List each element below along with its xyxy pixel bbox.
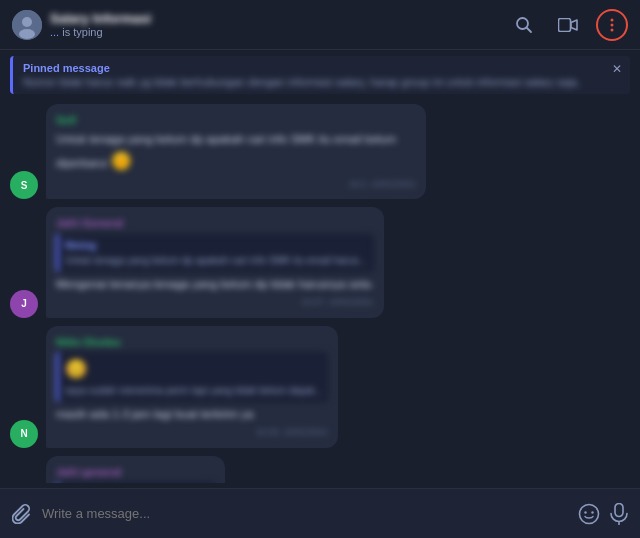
avatar: S <box>10 171 38 199</box>
message-reply: Nitto Diudas masih ada 1-3 jam lagi buat… <box>56 482 215 483</box>
video-call-button[interactable] <box>552 9 584 41</box>
svg-rect-5 <box>559 18 571 31</box>
attach-button[interactable] <box>12 504 32 524</box>
message-bubble: Nitto Diudas 😊 saya sudah menerima perm … <box>46 326 338 448</box>
table-row: J Jafri general Nitto Diudas masih ada 1… <box>10 456 630 483</box>
messages-area: S Self Untuk tenaga yang belum dp apakah… <box>0 100 640 483</box>
svg-point-9 <box>580 504 599 523</box>
header-title-area: Salary Informasi ... is typing <box>50 11 151 38</box>
more-options-button[interactable] <box>596 9 628 41</box>
message-sender: Jafri general <box>56 464 215 481</box>
svg-point-11 <box>591 511 593 513</box>
svg-point-8 <box>611 28 614 31</box>
message-reply: 😊 saya sudah menerima perm tapi yang tid… <box>56 352 328 402</box>
table-row: J Jafri General Nining Untuk tenaga yang… <box>10 207 630 317</box>
header-actions <box>508 9 628 41</box>
chat-name: Salary Informasi <box>50 11 151 26</box>
svg-point-1 <box>22 17 32 27</box>
message-text: masih ada 1-3 jam lagi buat terkirim ya <box>56 406 328 423</box>
message-text: Untuk tenaga yang belum dp apakah cari i… <box>56 131 416 175</box>
pinned-text: Nomor tidak harus naik yg tidak berhubun… <box>23 76 583 88</box>
message-time: 10:29, 10/01/2021 <box>56 426 328 440</box>
message-input[interactable] <box>42 506 568 521</box>
message-time: 10:27, 10/01/2021 <box>56 296 374 310</box>
avatar: J <box>10 290 38 318</box>
message-bubble: Jafri General Nining Untuk tenaga yang b… <box>46 207 384 317</box>
reply-text: Untuk tenaga yang belum dp apakah cari i… <box>65 253 368 268</box>
chat-header: Salary Informasi ... is typing <box>0 0 640 50</box>
chat-avatar <box>12 10 42 40</box>
message-sender: Jafri General <box>56 215 374 232</box>
message-bubble: Jafri general Nitto Diudas masih ada 1-3… <box>46 456 225 483</box>
mic-button[interactable] <box>610 503 628 525</box>
reply-text: saya sudah menerima perm tapi yang tidak… <box>65 383 322 398</box>
reply-sender: Nining <box>65 238 368 253</box>
pinned-close-button[interactable]: ✕ <box>612 62 622 76</box>
table-row: N Nitto Diudas 😊 saya sudah menerima per… <box>10 326 630 448</box>
svg-rect-12 <box>615 503 623 516</box>
message-input-bar <box>0 488 640 538</box>
pinned-message-bar[interactable]: Pinned message Nomor tidak harus naik yg… <box>10 56 630 94</box>
message-reply: Nining Untuk tenaga yang belum dp apakah… <box>56 234 374 272</box>
typing-dots: ... <box>50 26 62 38</box>
message-bubble: Self Untuk tenaga yang belum dp apakah c… <box>46 104 426 199</box>
svg-point-7 <box>611 23 614 26</box>
svg-line-4 <box>527 27 532 32</box>
message-sender: Nitto Diudas <box>56 334 328 351</box>
message-text: Mengenai tenanya tenaga yang belum dp ti… <box>56 276 374 293</box>
message-time: 10:2, 10/01/2021 <box>56 178 416 192</box>
message-sender: Self <box>56 112 416 129</box>
svg-point-6 <box>611 18 614 21</box>
svg-point-10 <box>584 511 586 513</box>
table-row: S Self Untuk tenaga yang belum dp apakah… <box>10 104 630 199</box>
typing-status: ... is typing <box>50 26 151 38</box>
emoji-button[interactable] <box>578 503 600 525</box>
avatar: N <box>10 420 38 448</box>
header-left: Salary Informasi ... is typing <box>12 10 151 40</box>
svg-point-2 <box>19 29 35 39</box>
pinned-label: Pinned message <box>23 62 620 74</box>
search-button[interactable] <box>508 9 540 41</box>
